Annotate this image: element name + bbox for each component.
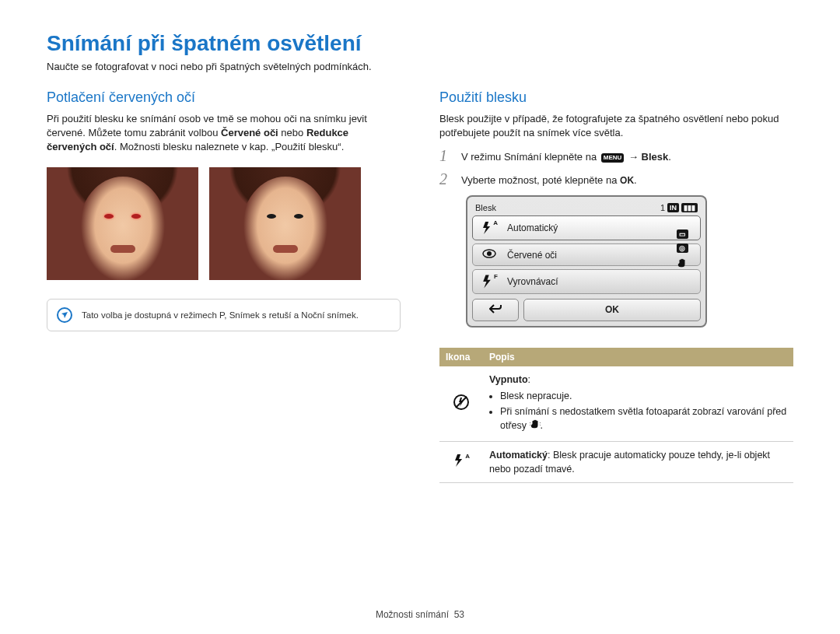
row1-title: Vypnuto: [489, 374, 528, 385]
row2-bold: Automatický: [489, 450, 548, 461]
step1-end: .: [668, 151, 671, 163]
step2-end: .: [634, 174, 637, 186]
page-title: Snímání při špatném osvětlení: [47, 31, 793, 56]
table-row: A Automatický: Blesk pracuje automaticky…: [439, 442, 793, 483]
flash-auto-icon: A: [453, 454, 470, 468]
side-icon-size: ▭: [677, 229, 688, 239]
device-screen: Blesk 1 IN ▮▮▮ A Automatický: [466, 195, 707, 328]
step1-arrow: →: [628, 151, 639, 163]
page-subtitle: Naučte se fotografovat v noci nebo při š…: [47, 61, 793, 72]
right-column: Použití blesku Blesk použijte v případě,…: [439, 89, 793, 483]
side-icon-mode: ◎: [677, 243, 688, 253]
info-icon: [57, 307, 72, 323]
photo-red-eye: [47, 167, 198, 280]
option-auto[interactable]: A Automatický: [472, 215, 701, 240]
in-icon: IN: [667, 203, 679, 212]
flash-intro: Blesk použijte v případě, že fotografuje…: [439, 112, 793, 140]
flash-auto-icon: A: [481, 221, 498, 235]
flash-fill-icon: F: [481, 275, 498, 289]
heading-flash: Použití blesku: [439, 89, 793, 106]
row1-bullet1: Blesk nepracuje.: [500, 389, 787, 403]
step1-bold: Blesk: [642, 151, 669, 163]
menu-icon: MENU: [601, 153, 625, 163]
red-eye-paragraph: Při použití blesku ke snímání osob ve tm…: [47, 112, 401, 155]
screen-title: Blesk: [475, 203, 496, 212]
example-photos: [47, 167, 401, 280]
footer-label: Možnosti snímání: [376, 609, 449, 620]
note-box: Tato volba je dostupná v režimech P, Sní…: [47, 299, 401, 331]
para-bold1: Červené oči: [221, 127, 278, 138]
option-fill-label: Vyrovnávací: [507, 276, 558, 287]
heading-red-eye: Potlačení červených očí: [47, 89, 401, 106]
flash-off-icon: [453, 402, 470, 413]
screen-counter: 1: [660, 203, 665, 212]
side-icon-hand: [677, 257, 688, 270]
page-footer: Možnosti snímání 53: [0, 609, 840, 620]
back-button[interactable]: [472, 299, 519, 321]
flash-options-table: Ikona Popis Vypnuto: Blesk nepracuje.: [439, 348, 793, 483]
option-fill[interactable]: F Vyrovnávací: [472, 269, 701, 294]
shake-warning-icon: [530, 419, 541, 433]
step1-pre: V režimu Snímání klepněte na: [461, 151, 600, 163]
step-number-1: 1: [439, 148, 453, 163]
eye-icon: [481, 249, 498, 261]
step2-pre: Vyberte možnost, poté klepněte na: [461, 174, 620, 186]
step-1: 1 V režimu Snímání klepněte na MENU → Bl…: [439, 148, 793, 165]
status-icons: 1 IN ▮▮▮: [660, 203, 698, 212]
row1-bullet2: Při snímání s nedostatkem světla fotoapa…: [500, 405, 787, 433]
step-number-2: 2: [439, 171, 453, 187]
ok-button[interactable]: OK: [523, 299, 701, 321]
steps: 1 V režimu Snímání klepněte na MENU → Bl…: [439, 148, 793, 187]
para-mid: nebo: [278, 127, 306, 138]
svg-point-1: [487, 251, 492, 256]
option-redeye[interactable]: Červené oči: [472, 243, 701, 266]
note-text: Tato volba je dostupná v režimech P, Sní…: [82, 310, 359, 320]
battery-icon: ▮▮▮: [681, 203, 698, 212]
th-desc: Popis: [483, 348, 793, 366]
table-row: Vypnuto: Blesk nepracuje. Při snímání s …: [439, 366, 793, 441]
step-2: 2 Vyberte možnost, poté klepněte na OK.: [439, 171, 793, 188]
footer-page: 53: [454, 609, 464, 620]
option-auto-label: Automatický: [507, 222, 558, 233]
th-icon: Ikona: [439, 348, 483, 366]
photo-corrected: [209, 167, 361, 280]
option-redeye-label: Červené oči: [507, 250, 557, 261]
ok-icon: OK: [620, 173, 634, 187]
left-column: Potlačení červených očí Při použití bles…: [47, 89, 401, 483]
para-post: . Možnosti blesku naleznete v kap. „Použ…: [114, 141, 345, 152]
